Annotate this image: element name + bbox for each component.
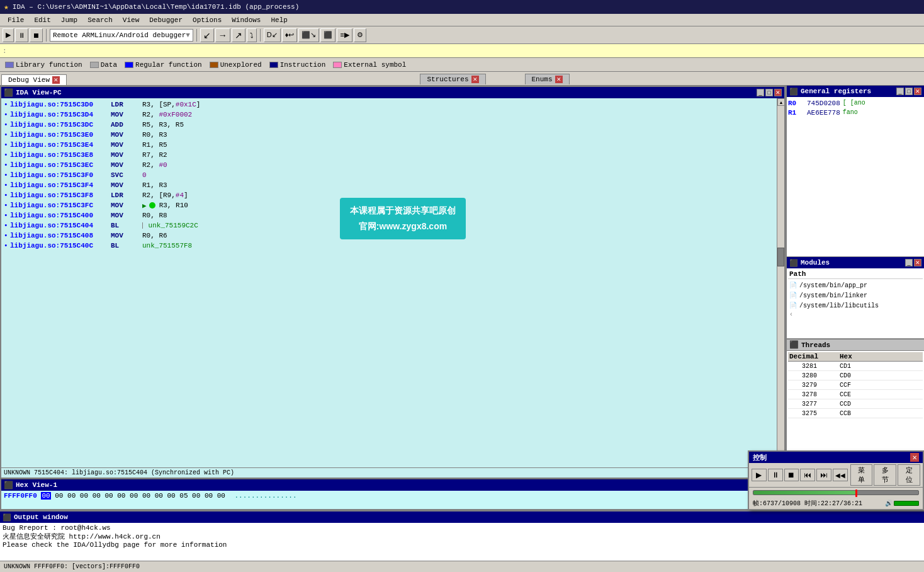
tab-structures-close[interactable]: ✕ (471, 76, 479, 83)
bp-dot-0: • (4, 101, 10, 108)
tab-debug-view-close[interactable]: ✕ (52, 76, 60, 84)
regs-title: General registers (801, 88, 871, 95)
legend-unexplored: Unexplored (210, 61, 262, 69)
ida-status-text: UNKNOWN 7515C404: libjiagu.so:7515C404 (… (4, 469, 234, 476)
hex-bytes-1: 00 00 00 00 00 00 00 (55, 492, 138, 500)
run-to-cursor-button[interactable]: ⤵ (247, 28, 257, 42)
ctrl-play-button[interactable]: ▶ (752, 469, 767, 481)
cmd-input[interactable] (9, 47, 921, 55)
run-button[interactable]: ▶ (3, 28, 14, 42)
output-line-2: Please check the IDA/Ollydbg page for mo… (3, 541, 921, 549)
menu-help[interactable]: Help (266, 16, 292, 25)
ctrl-pause-button[interactable]: ⏸ (768, 469, 783, 481)
mnem-6: MOV (111, 161, 142, 169)
control-info-text: 帧:6737/10908 时间:22:27/36:21 (753, 499, 862, 508)
ida-minimize[interactable]: _ (757, 89, 764, 96)
module-name-1: /system/bin/linker (799, 292, 867, 299)
volume-control[interactable]: 🔊 (885, 500, 919, 507)
ida-maximize[interactable]: □ (765, 89, 773, 96)
ctrl-menu-button[interactable]: 菜单 (850, 464, 873, 486)
modules-close[interactable]: ✕ (914, 259, 921, 266)
hex-ascii: ............... (235, 492, 297, 500)
regs-content[interactable]: R0 745D0208 [ [ano R1 AE6EE778 fano (787, 97, 924, 256)
control-window: 控制 ✕ ▶ ⏸ ⏹ ⏮ ⏭ ◀◀ 菜单 多节 定位 帧:6737/10908 … (748, 450, 924, 510)
output-icon: ⬛ (3, 513, 11, 522)
extra-btn-2[interactable]: ♦↩ (282, 28, 298, 42)
ida-vscroll[interactable]: ▲ ▼ (777, 98, 784, 467)
step-into-button[interactable]: ↙ (200, 28, 214, 42)
bp-dot-14: • (4, 242, 10, 249)
hex-addr: FFFF0FF0 (4, 492, 37, 500)
menu-edit[interactable]: Edit (29, 16, 55, 25)
modules-minimize[interactable]: _ (905, 259, 913, 266)
regs-close[interactable]: ✕ (914, 88, 921, 95)
menu-search[interactable]: Search (82, 16, 118, 25)
ida-view-body: • libjiagu.so:7515C3D0 LDR R3, [SP,#0x1C… (1, 98, 784, 467)
extra-btn-1[interactable]: D↙ (264, 28, 281, 42)
extra-btn-5[interactable]: ≡▶ (337, 28, 352, 42)
hex-bytes-2: 00 00 00 05 00 00 00 (142, 492, 225, 500)
thread-hex-3: CCE (840, 391, 851, 398)
menu-file[interactable]: File (3, 16, 29, 25)
ida-status-line: UNKNOWN 7515C404: libjiagu.so:7515C404 (… (1, 467, 784, 478)
tab-enums-close[interactable]: ✕ (555, 76, 563, 83)
thread-row-1: 3280 CD0 (788, 371, 923, 380)
ops-8: R1, R3 (142, 181, 774, 189)
modules-content[interactable]: Path 📄 /system/bin/app_pr 📄 /system/bin/… (787, 268, 924, 338)
step-over-button[interactable]: → (215, 28, 230, 42)
menu-jump[interactable]: Jump (56, 16, 82, 25)
dropdown-arrow: ▼ (186, 31, 190, 39)
reg-row-r1: R1 AE6EE778 fano (788, 108, 923, 117)
status-bar: UNKNOWN FFFF0FF0: [vectors]:FFFF0FF0 (0, 561, 924, 572)
general-registers-window: ⬛ General registers _ □ ✕ R0 745D0208 [ … (787, 86, 924, 257)
output-line-1: 火星信息安全研究院 http://www.h4ck.org.cn (3, 532, 921, 541)
ida-view-controls: _ □ ✕ (757, 89, 782, 96)
legend-bar: Library function Data Regular function U… (0, 58, 924, 72)
modules-icon: ⬛ (789, 259, 798, 267)
tab-enums[interactable]: Enums ✕ (525, 74, 570, 84)
menu-windows[interactable]: Windows (227, 16, 266, 25)
regs-maximize[interactable]: □ (905, 88, 913, 95)
timeline-track[interactable] (753, 490, 919, 495)
bp-dot-7: • (4, 171, 10, 179)
ctrl-position-button[interactable]: 定位 (898, 464, 920, 486)
tab-structures[interactable]: Structures ✕ (420, 74, 485, 84)
ida-assembly-content[interactable]: • libjiagu.so:7515C3D0 LDR R3, [SP,#0x1C… (1, 98, 777, 467)
thread-row-3: 3278 CCE (788, 390, 923, 399)
thread-row-4: 3277 CCD (788, 399, 923, 409)
ops-10: ▶ R3, R10 (142, 202, 774, 210)
control-close-button[interactable]: ✕ (910, 453, 919, 462)
regs-minimize[interactable]: _ (896, 88, 904, 95)
mnem-1: MOV (111, 111, 142, 118)
legend-regular-color (125, 62, 133, 68)
pause-button[interactable]: ⏸ (15, 28, 28, 42)
toolbar-separator-1 (46, 29, 47, 42)
pc-cursor-icon: ▶ (142, 202, 147, 210)
extra-btn-4[interactable]: ⬛ (320, 28, 335, 42)
menu-view[interactable]: View (118, 16, 144, 25)
vscroll-up[interactable]: ▲ (777, 98, 785, 106)
step-out-button[interactable]: ↗ (232, 28, 245, 42)
debugger-dropdown[interactable]: Remote ARMLinux/Android debugger ▼ (50, 29, 193, 42)
addr-0: libjiagu.so:7515C3D0 (10, 101, 111, 108)
ctrl-forward-button[interactable]: ⏭ (816, 469, 831, 481)
asm-line-2: • libjiagu.so:7515C3DC ADD R5, R3, R5 (1, 120, 777, 130)
modules-scroll-indicator: ‹ (788, 311, 923, 319)
output-content[interactable]: Bug Rreport : root@h4ck.ws 火星信息安全研究院 htt… (0, 523, 924, 561)
ops-0: R3, [SP,#0x1C] (142, 101, 774, 108)
menu-debugger[interactable]: Debugger (144, 16, 188, 25)
hex-content[interactable]: FFFF0FF0 00 00 00 00 00 00 00 00 00 00 0… (1, 491, 784, 509)
vscroll-thumb[interactable] (777, 248, 784, 266)
ctrl-prev-button[interactable]: ◀◀ (833, 469, 848, 481)
extra-btn-6[interactable]: ⚙ (354, 28, 366, 42)
ctrl-section-button[interactable]: 多节 (874, 464, 896, 486)
stop-button[interactable]: ⏹ (30, 28, 43, 42)
app-title: IDA – C:\Users\ADMINI~1\AppData\Local\Te… (13, 3, 299, 11)
tab-debug-view[interactable]: Debug View ✕ (1, 74, 67, 85)
ida-close[interactable]: ✕ (774, 89, 782, 96)
ctrl-rewind-button[interactable]: ⏮ (800, 469, 815, 481)
extra-btn-3[interactable]: ⬛↘ (298, 28, 319, 42)
menu-options[interactable]: Options (188, 16, 227, 25)
asm-line-14: • libjiagu.so:7515C40C BL unk_751557F8 (1, 241, 777, 251)
ctrl-stop-button[interactable]: ⏹ (784, 469, 799, 481)
